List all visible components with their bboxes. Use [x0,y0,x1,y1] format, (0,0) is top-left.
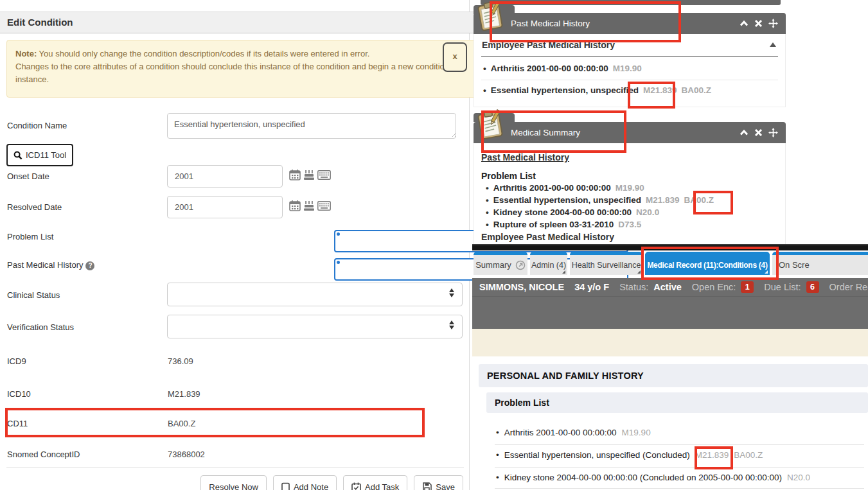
add-task-button[interactable]: Add Task [343,475,407,490]
item-code: N20.0 [787,473,810,482]
clinical-status-select[interactable] [167,283,463,306]
resolve-now-button[interactable]: Resolve Now [200,475,267,490]
note-icon [281,482,290,490]
problem-list-item: • Kidney stone 2004-00-00 00:00:00 (Conc… [496,473,810,482]
item-text: Essential hypertension, unspecified (Con… [504,450,690,460]
status-label: Status: [619,282,648,292]
move-icon[interactable] [768,128,778,137]
snomed-value: 73868002 [168,450,205,459]
tab-medical-record-label: Medical Record (11):Conditions (4) [647,261,767,270]
help-icon[interactable]: ? [85,261,94,270]
section-header: PERSONAL AND FAMILY HISTORY [479,364,868,387]
widget-pmh-header[interactable]: Past Medical History [474,13,786,34]
past-medical-history-link[interactable]: Past Medical History [481,152,569,162]
resolve-now-label: Resolve Now [209,482,258,490]
keyboard-icon[interactable] [317,201,331,211]
icd11-label: CD11 [7,419,28,428]
patient-info-row: SIMMONS, NICOLE 34 y/o F Status: Active … [472,278,868,297]
item-code: M19.90 [622,428,651,437]
add-note-button[interactable]: Add Note [273,475,337,490]
search-icon [13,151,22,160]
condition-name-textarea[interactable]: Essential hypertension, unspecified [167,113,456,139]
icd10-value: M21.839 [168,389,200,399]
item-code: M21.839 [643,85,677,95]
item-divider [495,467,864,468]
employee-pmh-footer-heading: Employee Past Medical History [481,232,614,242]
chevron-updown-icon [449,288,454,297]
onset-date-input[interactable] [167,165,283,188]
patient-age-sex: 34 y/o F [574,282,609,292]
tab-medical-record-conditions[interactable]: Medical Record (11):Conditions (4) [645,252,770,275]
widget-pmh-controls [740,19,786,28]
resolved-date-label: Resolved Date [7,202,62,212]
list-item: • Arthritis 2001-00-00 00:00:00 M19.90 [483,64,642,73]
toolbar-band [472,329,868,356]
section-underline [481,56,778,57]
item-text: Arthritis 2001-00-00 00:00:00 [504,428,617,437]
alert-close-button[interactable]: x [443,42,467,72]
save-button[interactable]: Save [414,475,463,490]
snomed-label: Snomed ConceptID [7,450,80,459]
problem-list-subheading: Problem List [481,171,536,181]
problem-list-radio-group: Yes No [167,230,516,252]
open-enc-badge[interactable]: 1 [741,281,754,293]
tab-health-surveillance[interactable]: Health Surveillance [570,252,642,275]
alert-line3: instance. [15,74,49,84]
pmh-radio-group: Yes No [167,258,516,281]
footer-divider [6,468,464,468]
edit-condition-panel: Edit Condition Note: You should only cha… [0,0,470,490]
patient-name: SIMMONS, NICOLE [479,282,564,292]
item-text: Kidney stone 2004-00-00 00:00:00 (Conclu… [504,473,782,482]
problem-list-item: • Essential hypertension, unspecified (C… [496,450,763,460]
item-code: M19.90 [616,183,644,193]
pmh-label-text: Past Medical History [7,260,83,270]
close-icon[interactable] [754,19,763,28]
item-divider [481,80,778,80]
calendar-icon[interactable] [289,200,301,212]
save-label: Save [436,482,455,490]
onset-date-icons [289,169,331,181]
keyboard-icon[interactable] [317,170,331,180]
widget-summary-header[interactable]: Medical Summary [474,122,786,143]
move-icon[interactable] [768,19,778,28]
tab-admin-label: Admin (4) [531,261,566,270]
icd11-tool-button[interactable]: ICD11 Tool [6,144,73,166]
footer-buttons: Resolve Now Add Note Add Task Save [200,475,463,490]
save-icon [422,482,432,490]
verification-status-label: Verification Status [7,322,74,332]
alert-line2: Changes to the core attributes of a cond… [15,62,449,71]
verification-status-select[interactable] [167,315,463,338]
condition-name-label: Condition Name [7,121,67,130]
tab-summary[interactable]: Summary [474,252,527,275]
widget-pmh-title: Past Medical History [474,19,740,28]
list-item: • Kidney stone 2004-00-00 00:00:00 N20.0 [486,207,659,217]
birthday-cake-icon[interactable] [303,200,315,212]
list-item: • Essential hypertension, unspecified M2… [486,195,714,205]
calendar-icon[interactable] [289,169,301,181]
birthday-cake-icon[interactable] [303,169,315,181]
item-code: M21.839 [695,450,729,460]
chevron-up-icon[interactable] [740,19,748,28]
problem-list-subsection-label: Problem List [495,398,549,408]
icd11-value: BA00.Z [168,419,195,428]
resolved-date-input[interactable] [167,196,283,218]
tab-on-screen[interactable]: On Scre [772,252,868,275]
item-text: Arthritis 2001-00-00 00:00:00 [491,64,608,73]
item-divider [495,444,864,445]
previous-widget-edge [481,0,781,5]
calendar-check-icon [351,482,361,490]
list-item: • Arthritis 2001-00-00 00:00:00 M19.90 [486,183,644,193]
due-list-badge[interactable]: 6 [806,281,819,293]
popout-icon [515,260,526,270]
collapse-triangle-icon[interactable] [770,42,776,47]
list-item: • Rupture of spleen 03-31-2010 D73.5 [486,220,641,229]
chevron-up-icon[interactable] [740,128,748,137]
item-text: Essential hypertension, unspecified [491,85,639,95]
tab-admin[interactable]: Admin (4) [530,252,567,275]
problem-list-subsection-header: Problem List [486,392,868,413]
item-code: BA00.Z [682,85,712,95]
onset-date-label: Onset Date [7,171,49,181]
item-code: N20.0 [636,207,659,217]
icd9-value: 736.09 [168,356,193,366]
close-icon[interactable] [754,128,763,137]
